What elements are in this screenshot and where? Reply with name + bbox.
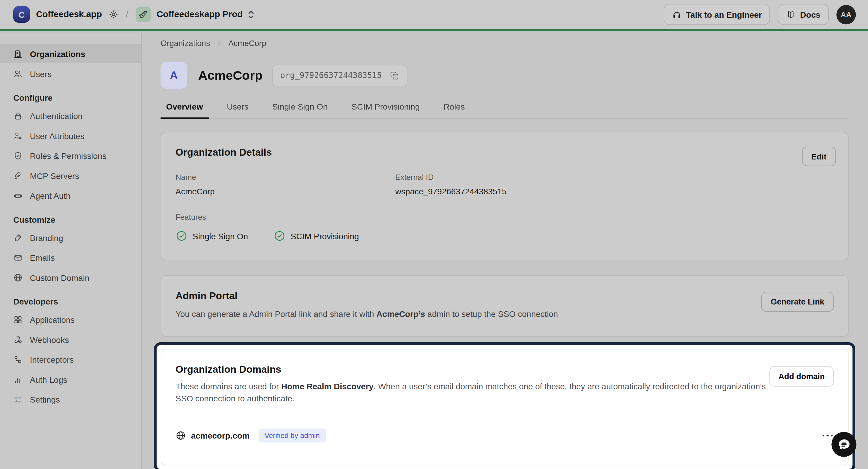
environment-rocket-icon	[135, 7, 151, 23]
app-logo-letter: C	[19, 10, 25, 19]
sidebar-section-heading: Configure	[0, 93, 141, 102]
sidebar-item-settings[interactable]: Settings	[0, 390, 141, 409]
organizations-icon	[13, 49, 23, 58]
sidebar-section-items: Authentication User Attributes Roles & P…	[0, 106, 141, 205]
details-card-title: Organization Details	[175, 147, 833, 158]
sidebar-item-organizations[interactable]: Organizations	[0, 44, 141, 63]
globe-icon	[175, 430, 186, 441]
name-value: AcmeCorp	[175, 187, 395, 196]
user-avatar[interactable]: AA	[836, 5, 856, 24]
environment-selector-label[interactable]: Coffeedeskapp Prod	[156, 9, 243, 20]
org-id-value: org_97926637244383515	[280, 71, 382, 80]
sidebar-item-agent-auth[interactable]: Agent Auth	[0, 186, 141, 205]
domain-row: acmecorp.com Verified by admin	[175, 429, 833, 442]
sidebar-item-label: Webhooks	[30, 334, 69, 344]
book-icon	[786, 10, 796, 19]
user-gear-icon	[13, 131, 23, 140]
app-name: Coffeedesk.app	[36, 9, 102, 20]
sidebar-item-user-attributes[interactable]: User Attributes	[0, 126, 141, 145]
add-domain-button[interactable]: Add domain	[770, 366, 834, 386]
main-area: Organizations AcmeCorp A AcmeCorp org_97…	[142, 33, 868, 469]
sidebar-section-heading: Customize	[0, 215, 141, 225]
edit-button[interactable]: Edit	[802, 147, 836, 166]
sidebar-item-mcp-servers[interactable]: MCP Servers	[0, 166, 141, 185]
sidebar-item-webhooks[interactable]: Webhooks	[0, 330, 141, 349]
interceptor-icon	[13, 355, 23, 364]
tab-overview[interactable]: Overview	[161, 102, 209, 118]
sidebar-section: Customize Branding Emails Custom Domain	[0, 215, 141, 287]
feature-item: Single Sign On	[175, 230, 248, 242]
sidebar-item-roles-permissions[interactable]: Roles & Permissions	[0, 146, 141, 165]
sidebar-item-branding[interactable]: Branding	[0, 228, 141, 247]
workspace-settings-gear-icon[interactable]	[108, 9, 119, 20]
sidebar-item-label: Interceptors	[30, 355, 74, 364]
tab-scim-provisioning[interactable]: SCIM Provisioning	[346, 102, 426, 118]
talk-to-engineer-button[interactable]: Talk to an Engineer	[664, 4, 770, 25]
copy-icon[interactable]	[389, 70, 399, 81]
chat-bubble-icon	[837, 437, 851, 451]
webhook-icon	[13, 334, 23, 344]
admin-portal-description: You can generate a Admin Portal link and…	[175, 308, 757, 320]
sidebar-item-custom-domain[interactable]: Custom Domain	[0, 268, 141, 287]
org-avatar: A	[161, 62, 187, 89]
docs-button[interactable]: Docs	[778, 4, 829, 25]
robot-icon	[13, 191, 23, 200]
domain-verified-badge: Verified by admin	[258, 429, 326, 442]
sidebar-item-label: MCP Servers	[30, 171, 79, 180]
docs-label: Docs	[800, 10, 820, 19]
domain-name: acmecorp.com	[191, 431, 250, 440]
paintbrush-icon	[13, 233, 23, 242]
generate-link-button[interactable]: Generate Link	[762, 292, 834, 312]
sidebar-item-label: Organizations	[30, 49, 85, 58]
talk-to-engineer-label: Talk to an Engineer	[686, 10, 762, 19]
shield-check-icon	[13, 151, 23, 160]
envelope-icon	[13, 253, 23, 262]
chat-widget-button[interactable]	[831, 432, 856, 457]
feature-item: SCIM Provisioning	[273, 230, 359, 242]
sidebar-item-users[interactable]: Users	[0, 64, 141, 83]
external-id-value: wspace_97926637244383515	[395, 187, 834, 196]
sidebar-item-label: Settings	[30, 394, 60, 404]
breadcrumb: Organizations AcmeCorp	[161, 38, 849, 49]
domains-description: These domains are used for Home Realm Di…	[175, 380, 781, 404]
org-header: A AcmeCorp org_97926637244383515	[161, 62, 849, 89]
page-title: AcmeCorp	[198, 68, 262, 83]
sidebar-item-auth-logs[interactable]: Auth Logs	[0, 370, 141, 389]
sidebar-item-label: Custom Domain	[30, 272, 89, 282]
sidebar-item-applications[interactable]: Applications	[0, 310, 141, 329]
domains-list: acmecorp.com Verified by admin	[175, 429, 833, 442]
organization-domains-card: Organization Domains Add domain These do…	[161, 349, 849, 465]
sidebar-item-label: Branding	[30, 233, 63, 242]
globe-icon	[13, 272, 23, 282]
tab-single-sign-on[interactable]: Single Sign On	[267, 102, 333, 118]
breadcrumb-organizations-link[interactable]: Organizations	[161, 39, 210, 48]
tab-users[interactable]: Users	[221, 102, 254, 118]
lock-icon	[13, 111, 23, 120]
sidebar-item-authentication[interactable]: Authentication	[0, 106, 141, 125]
admin-portal-card: Admin Portal Generate Link You can gener…	[161, 275, 849, 337]
details-fields: Name AcmeCorp External ID wspace_9792663…	[175, 173, 833, 196]
sidebar-item-emails[interactable]: Emails	[0, 248, 141, 267]
tab-bar: OverviewUsersSingle Sign OnSCIM Provisio…	[161, 102, 849, 119]
sidebar-item-interceptors[interactable]: Interceptors	[0, 350, 141, 369]
domain-menu-ellipsis-icon[interactable]	[822, 431, 834, 440]
tab-roles[interactable]: Roles	[438, 102, 470, 118]
feature-label: SCIM Provisioning	[291, 231, 359, 241]
environment-selector-chevrons-icon[interactable]	[248, 10, 255, 19]
check-circle-icon	[175, 230, 187, 242]
users-icon	[13, 69, 23, 78]
bars-icon	[13, 375, 23, 384]
sidebar-item-label: Emails	[30, 253, 55, 262]
sidebar-item-label: Users	[30, 69, 51, 78]
org-id-pill: org_97926637244383515	[273, 64, 407, 86]
sidebar-item-label: Agent Auth	[30, 191, 70, 200]
sidebar-section: Developers Applications Webhooks Interce…	[0, 297, 141, 409]
sidebar-section-heading: Developers	[0, 297, 141, 306]
sidebar-section-items: Branding Emails Custom Domain	[0, 228, 141, 287]
headphones-icon	[672, 10, 681, 19]
app-root: C Coffeedesk.app / Coffeedeskapp Prod Ta…	[0, 0, 868, 469]
sidebar-item-label: Authentication	[30, 111, 82, 120]
app-logo: C	[13, 6, 30, 23]
feature-label: Single Sign On	[193, 231, 248, 241]
grid-icon	[13, 315, 23, 324]
